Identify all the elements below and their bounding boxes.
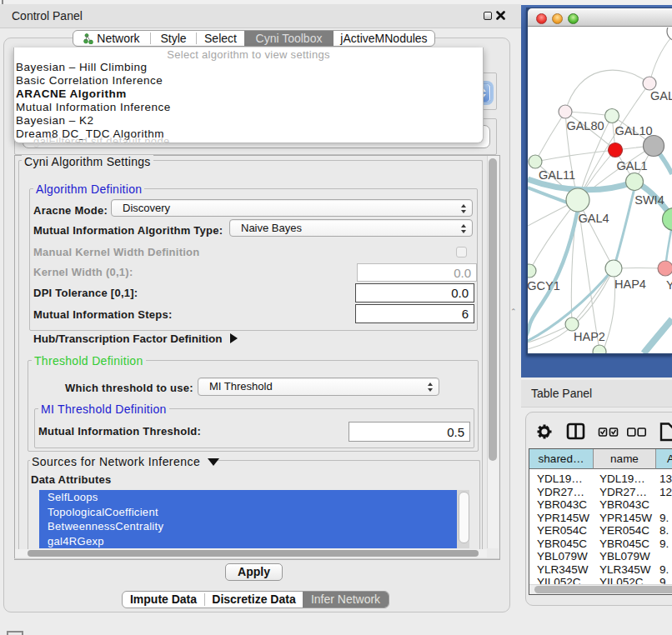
svg-text:GAL80: GAL80 bbox=[566, 119, 604, 132]
svg-text:HAP2: HAP2 bbox=[574, 330, 605, 343]
svg-text:GAL2: GAL2 bbox=[650, 89, 672, 102]
svg-text:Y: Y bbox=[666, 278, 672, 292]
svg-text:HAP4: HAP4 bbox=[614, 278, 646, 291]
svg-text:GAL10: GAL10 bbox=[614, 124, 652, 138]
svg-text:SWI4: SWI4 bbox=[634, 193, 664, 207]
svg-text:GAL1: GAL1 bbox=[616, 159, 647, 172]
svg-text:GCY1: GCY1 bbox=[528, 279, 560, 292]
svg-text:GAL11: GAL11 bbox=[539, 168, 575, 182]
svg-text:GAL4: GAL4 bbox=[578, 212, 609, 225]
